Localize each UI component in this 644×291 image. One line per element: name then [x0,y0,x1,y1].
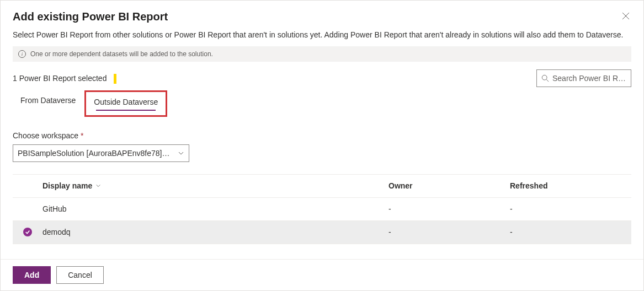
info-icon: i [18,50,26,58]
selection-count: 1 Power BI Report selected [13,74,107,83]
dialog-title: Add existing Power BI Report [13,10,631,23]
info-text: One or more dependent datasets will be a… [30,50,213,58]
tab-outside-dataverse[interactable]: Outside Dataverse [84,90,167,117]
close-button[interactable] [620,10,631,21]
chevron-down-icon [178,150,184,157]
tab-active-indicator [96,110,156,111]
table-row[interactable]: GitHub - - [13,198,631,221]
svg-point-0 [542,75,547,80]
dialog-footer: Add Cancel [1,259,643,290]
reports-table: Display name Owner Refreshed GitHub - - … [13,174,631,244]
close-icon [622,12,630,20]
table-row[interactable]: demodq - - [13,221,631,244]
cell-display-name: demodq [42,228,388,236]
workspace-label: Choose workspace * [13,131,631,140]
svg-line-1 [546,79,549,82]
workspace-selected-value: PBISampleSolution [AuroraBAPEnv8fe78]… [18,149,170,158]
add-button[interactable]: Add [13,266,51,284]
chevron-down-icon [95,183,101,188]
workspace-dropdown[interactable]: PBISampleSolution [AuroraBAPEnv8fe78]… [13,144,189,162]
selected-check-icon [23,228,32,236]
dialog-subtitle: Select Power BI Report from other soluti… [13,30,631,41]
column-refreshed[interactable]: Refreshed [510,181,631,190]
cell-refreshed: - [510,228,631,236]
cell-display-name: GitHub [42,204,388,213]
search-input[interactable] [552,74,626,83]
info-banner: i One or more dependent datasets will be… [13,46,631,62]
tab-from-dataverse[interactable]: From Dataverse [13,90,83,109]
cancel-button[interactable]: Cancel [56,266,104,284]
table-header-row: Display name Owner Refreshed [13,175,631,198]
cell-owner: - [388,228,510,236]
column-display-name[interactable]: Display name [42,181,388,190]
source-tabs: From Dataverse Outside Dataverse [13,90,631,117]
search-box[interactable] [536,69,631,87]
cell-refreshed: - [510,204,631,213]
text-cursor [114,74,116,84]
cell-owner: - [388,204,510,213]
search-icon [541,74,549,82]
column-owner[interactable]: Owner [388,181,510,190]
